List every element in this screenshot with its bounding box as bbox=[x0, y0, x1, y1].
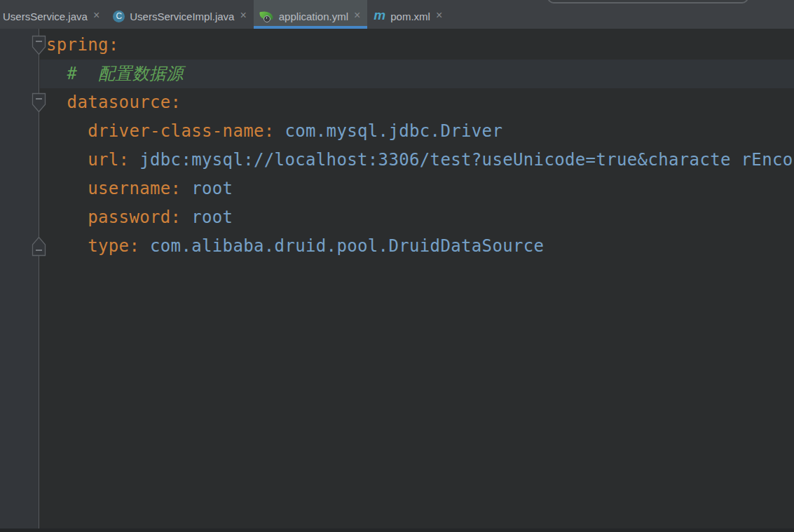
code-line[interactable]: driver-class-name: com.mysql.jdbc.Driver bbox=[40, 117, 794, 146]
maven-icon: m bbox=[374, 8, 385, 24]
code-editor[interactable]: spring: # 配置数据源 datasource: driver-class… bbox=[40, 31, 794, 261]
java-class-icon: C bbox=[113, 11, 125, 22]
tab-label: UsersService.java bbox=[3, 11, 88, 22]
code-line[interactable]: datasource: bbox=[40, 88, 794, 117]
yaml-value: com.mysql.jdbc.Driver bbox=[285, 121, 502, 141]
fold-collapse-end-icon[interactable] bbox=[32, 236, 46, 259]
tab-label: pom.xml bbox=[390, 11, 430, 22]
code-line[interactable]: type: com.alibaba.druid.pool.DruidDataSo… bbox=[40, 232, 794, 261]
code-line[interactable]: # 配置数据源 bbox=[40, 60, 794, 88]
yaml-value: com.alibaba.druid.pool.DruidDataSource bbox=[150, 236, 544, 256]
yaml-key: datasource: bbox=[67, 93, 182, 112]
spring-boot-leaf-icon bbox=[260, 11, 274, 22]
editor-tab-bar: UsersService.java×CUsersServiceImpl.java… bbox=[0, 0, 794, 29]
yaml-value: root bbox=[191, 179, 233, 198]
search-popup-input[interactable] bbox=[547, 0, 748, 4]
tab-pom-xml[interactable]: mpom.xml× bbox=[367, 0, 449, 29]
code-line[interactable]: password: root bbox=[40, 203, 794, 232]
tab-application-yml[interactable]: application.yml× bbox=[254, 0, 368, 29]
tab-label: UsersServiceImpl.java bbox=[130, 11, 234, 22]
fold-collapse-icon[interactable] bbox=[32, 93, 46, 116]
yaml-key: username: bbox=[88, 179, 181, 198]
yaml-value: root bbox=[191, 207, 233, 227]
yaml-key: url: bbox=[88, 150, 129, 170]
yaml-key: type: bbox=[88, 236, 139, 256]
tab-close-icon[interactable]: × bbox=[93, 10, 100, 22]
yaml-comment: # 配置数据源 bbox=[67, 64, 184, 83]
fold-collapse-icon[interactable] bbox=[32, 35, 46, 58]
code-line[interactable]: spring: bbox=[40, 31, 794, 60]
yaml-key: driver-class-name: bbox=[88, 121, 274, 141]
window-bottom-edge bbox=[0, 528, 794, 532]
yaml-value: jdbc:mysql://localhost:3306/test?useUnic… bbox=[139, 150, 793, 170]
tab-close-icon[interactable]: × bbox=[436, 10, 442, 22]
tab-usersservice-java[interactable]: UsersService.java× bbox=[0, 0, 107, 29]
code-line[interactable]: username: root bbox=[40, 175, 794, 203]
code-line[interactable]: url: jdbc:mysql://localhost:3306/test?us… bbox=[40, 146, 794, 175]
tab-label: application.yml bbox=[279, 11, 348, 22]
yaml-key: spring: bbox=[46, 35, 119, 55]
tab-close-icon[interactable]: × bbox=[240, 10, 246, 22]
editor-gutter bbox=[0, 29, 39, 528]
tab-close-icon[interactable]: × bbox=[354, 10, 360, 22]
yaml-key: password: bbox=[88, 207, 181, 227]
tab-usersserviceimpl-java[interactable]: CUsersServiceImpl.java× bbox=[107, 0, 254, 29]
